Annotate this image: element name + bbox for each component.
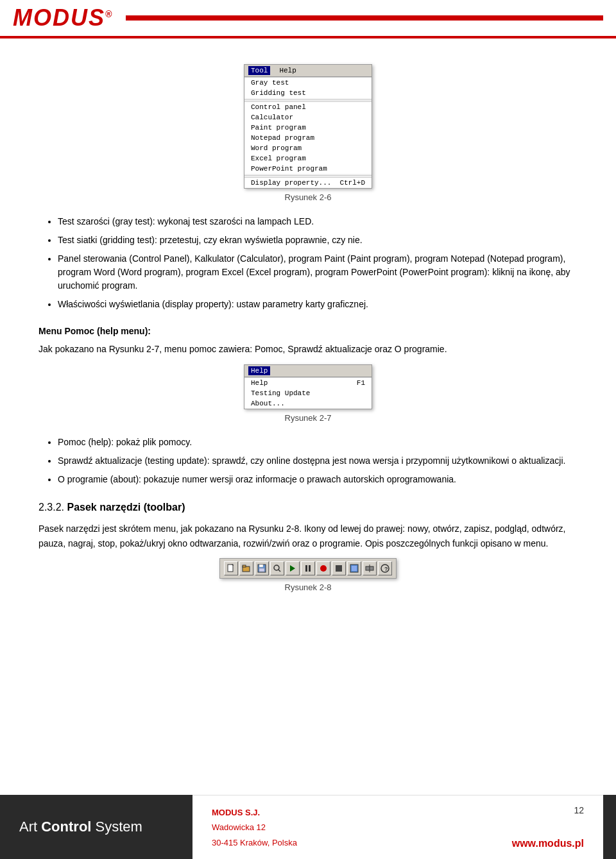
footer-left: Art Control System [0,795,193,859]
svg-rect-12 [336,565,342,572]
figure7-about: About... [244,398,372,409]
svg-rect-14 [352,566,357,571]
figure-6-caption: Rysunek 2-6 [285,192,332,202]
footer-website: www.modus.pl [512,838,584,849]
bullet-item-control-panel: Panel sterowania (Control Panel), Kalkul… [58,252,578,293]
toolbar-expand-btn [363,561,377,575]
footer-address-2: 30-415 Kraków, Polska [212,835,474,850]
header: MODUS® [0,0,616,38]
figure7-section: Help F1 Testing Update About... [244,377,372,409]
menu-gridding-test: Gridding test [244,88,372,98]
toolbar-open-btn [239,561,253,575]
record-icon [319,564,328,573]
subsection-title-bold: Pasek narzędzi (toolbar) [67,502,185,513]
svg-rect-4 [259,565,263,567]
svg-rect-0 [228,565,233,572]
header-red-bar [126,15,603,21]
open-icon [242,564,251,573]
preview-icon [273,564,282,573]
footer-address-1: Wadowicka 12 [212,820,474,835]
menu-word-program: Word program [244,143,372,153]
menu-help-item: Help [277,66,298,75]
menu-excel-program: Excel program [244,153,372,164]
menu-display-property-shortcut: Ctrl+D [339,179,365,187]
svg-point-11 [320,565,327,572]
bullet-item-gridding-test: Test siatki (gridding test): przetestuj,… [58,234,578,247]
toolbar-save-btn [255,561,269,575]
help-menu-body: Jak pokazano na Rysunku 2-7, menu pomoc … [38,342,578,356]
footer-page-number: 12 [574,805,584,815]
menu-menubar: Tool Help [244,65,372,77]
menu-section-2: Control panel Calculator Paint program N… [244,101,372,174]
new-icon [227,564,235,573]
figure-8-toolbar: ? [219,558,397,579]
menu-powerpoint-program: PowerPoint program [244,164,372,174]
logo-reg: ® [105,9,113,19]
footer-right: 12 www.modus.pl [493,795,603,859]
menu-control-panel: Control panel [244,102,372,112]
figure-8-container: ? Rysunek 2-8 [38,558,578,592]
main-content: Tool Help Gray test Gridding test Contro… [0,38,616,624]
toolbar-body: Pasek narzędzi jest skrótem menu, jak po… [38,522,578,550]
pause-icon [304,564,312,573]
figure-7-container: Help Help F1 Testing Update About... Rys… [38,364,578,423]
about-icon: ? [381,564,389,573]
svg-line-7 [278,570,280,572]
svg-point-6 [274,565,279,570]
menu-gray-test: Gray test [244,78,372,88]
figure-6-menu: Tool Help Gray test Gridding test Contro… [244,64,372,189]
play-icon [288,564,297,573]
menu-notepad-program: Notepad program [244,133,372,143]
bullet-list-1: Test szarości (gray test): wykonaj test … [38,215,578,311]
toolbar-showhide-btn [347,561,361,575]
toolbar-record-btn [316,561,330,575]
bullet-item-gray-test: Test szarości (gray test): wykonaj test … [58,215,578,228]
toolbar-about-btn: ? [378,561,392,575]
footer-right-black-bar [603,795,616,859]
figure-8-caption: Rysunek 2-8 [285,583,332,592]
bullet-testing-update: Sprawdź aktualizacje (testing update): s… [58,454,578,468]
footer-middle: MODUS S.J. Wadowicka 12 30-415 Kraków, P… [193,795,493,859]
toolbar-stop-btn [332,561,346,575]
stop-icon [334,564,343,573]
toolbar-pause-btn [301,561,315,575]
figure-7-menu: Help Help F1 Testing Update About... [244,364,372,409]
help-menu-heading: Menu Pomoc (help menu): [38,324,578,338]
figure7-help-item: Help [248,366,270,375]
expand-icon [365,564,374,573]
menu-display-property-label: Display property... [251,179,331,187]
menu-section-1: Gray test Gridding test [244,77,372,98]
bullet-list-2: Pomoc (help): pokaż plik pomocy. Sprawdź… [38,436,578,486]
svg-rect-2 [243,565,246,567]
menu-display-property: Display property... Ctrl+D [244,178,372,188]
figure-7-caption: Rysunek 2-7 [285,413,332,423]
toolbar-subsection-heading: 2.3.2. Pasek narzędzi (toolbar) [38,499,578,516]
toolbar-preview-btn [270,561,284,575]
svg-rect-9 [305,565,307,572]
toolbar-new-btn [224,561,238,575]
svg-rect-10 [309,565,311,572]
menu-section-3: Display property... Ctrl+D [244,177,372,188]
bullet-item-display-property: Właściwości wyświetlania (display proper… [58,298,578,311]
footer: Art Control System MODUS S.J. Wadowicka … [0,795,616,859]
figure7-help-row: Help F1 [244,378,372,388]
svg-rect-5 [259,568,264,572]
logo: MODUS® [13,4,113,31]
figure7-help-label: Help [251,379,268,387]
menu-sep-1 [244,99,372,100]
menu-paint-program: Paint program [244,123,372,133]
figure7-help-shortcut: F1 [357,379,365,387]
bullet-help: Pomoc (help): pokaż plik pomocy. [58,436,578,449]
menu-calculator: Calculator [244,112,372,123]
menu-sep-2 [244,175,372,176]
svg-text:?: ? [384,566,388,572]
toolbar-play-btn [286,561,300,575]
figure7-menubar: Help [244,365,372,377]
footer-product-name: Art Control System [19,819,142,835]
figure7-testing-update: Testing Update [244,388,372,398]
showhide-icon [350,564,359,573]
svg-marker-8 [290,565,295,572]
footer-company-name: MODUS S.J. [212,805,474,820]
figure-6-container: Tool Help Gray test Gridding test Contro… [38,64,578,202]
bullet-about: O programie (about): pokazuje numer wers… [58,473,578,486]
